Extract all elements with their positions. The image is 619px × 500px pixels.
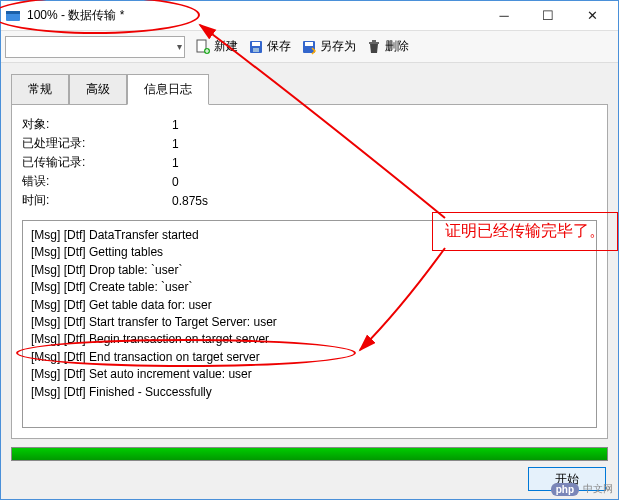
saveas-label: 另存为 xyxy=(320,38,356,55)
svg-rect-1 xyxy=(6,11,20,14)
content-panel: 对象:1 已处理记录:1 已传输记录:1 错误:0 时间:0.875s [Msg… xyxy=(11,104,608,439)
stat-errors-val: 0 xyxy=(172,172,208,191)
log-box[interactable]: [Msg] [Dtf] DataTransfer started[Msg] [D… xyxy=(22,220,597,428)
save-icon xyxy=(248,39,264,55)
tab-general[interactable]: 常规 xyxy=(11,74,69,105)
svg-rect-8 xyxy=(305,42,313,46)
delete-button[interactable]: 删除 xyxy=(366,38,409,55)
log-line: [Msg] [Dtf] Get table data for: user xyxy=(31,297,588,314)
log-line: [Msg] [Dtf] Create table: `user` xyxy=(31,279,588,296)
log-line: [Msg] [Dtf] End transaction on target se… xyxy=(31,349,588,366)
log-line: [Msg] [Dtf] Finished - Successfully xyxy=(31,384,588,401)
stat-errors-label: 错误: xyxy=(22,172,172,191)
tab-strip: 常规 高级 信息日志 xyxy=(1,63,618,104)
window-title: 100% - 数据传输 * xyxy=(27,7,482,24)
window-controls: ─ ☐ ✕ xyxy=(482,2,614,30)
svg-rect-6 xyxy=(253,48,259,52)
titlebar: 100% - 数据传输 * ─ ☐ ✕ xyxy=(1,1,618,31)
save-label: 保存 xyxy=(267,38,291,55)
stat-processed-label: 已处理记录: xyxy=(22,134,172,153)
log-line: [Msg] [Dtf] Drop table: `user` xyxy=(31,262,588,279)
minimize-button[interactable]: ─ xyxy=(482,2,526,30)
tab-log[interactable]: 信息日志 xyxy=(127,74,209,105)
new-icon xyxy=(195,39,211,55)
stat-time-label: 时间: xyxy=(22,191,172,210)
trash-icon xyxy=(366,39,382,55)
stat-transferred-val: 1 xyxy=(172,153,208,172)
saveas-button[interactable]: 另存为 xyxy=(301,38,356,55)
stat-object-label: 对象: xyxy=(22,115,172,134)
start-button[interactable]: 开始 xyxy=(528,467,606,491)
app-icon xyxy=(5,8,21,24)
log-line: [Msg] [Dtf] Begin transaction on target … xyxy=(31,331,588,348)
stats-block: 对象:1 已处理记录:1 已传输记录:1 错误:0 时间:0.875s xyxy=(22,115,597,210)
progress-bar xyxy=(11,447,608,461)
log-line: [Msg] [Dtf] Start transfer to Target Ser… xyxy=(31,314,588,331)
svg-rect-9 xyxy=(369,42,379,44)
delete-label: 删除 xyxy=(385,38,409,55)
new-button[interactable]: 新建 xyxy=(195,38,238,55)
button-row: 开始 xyxy=(1,467,618,499)
svg-rect-10 xyxy=(372,40,376,42)
annotation-callout: 证明已经传输完毕了。 xyxy=(432,212,618,251)
chevron-down-icon: ▾ xyxy=(177,41,182,52)
toolbar: ▾ 新建 保存 另存为 删除 xyxy=(1,31,618,63)
maximize-button[interactable]: ☐ xyxy=(526,2,570,30)
address-combo[interactable]: ▾ xyxy=(5,36,185,58)
save-button[interactable]: 保存 xyxy=(248,38,291,55)
tab-advanced[interactable]: 高级 xyxy=(69,74,127,105)
new-label: 新建 xyxy=(214,38,238,55)
svg-rect-5 xyxy=(252,42,260,46)
saveas-icon xyxy=(301,39,317,55)
log-line: [Msg] [Dtf] Set auto increment value: us… xyxy=(31,366,588,383)
stat-time-val: 0.875s xyxy=(172,191,208,210)
close-button[interactable]: ✕ xyxy=(570,2,614,30)
stat-processed-val: 1 xyxy=(172,134,208,153)
stat-object-val: 1 xyxy=(172,115,208,134)
stat-transferred-label: 已传输记录: xyxy=(22,153,172,172)
